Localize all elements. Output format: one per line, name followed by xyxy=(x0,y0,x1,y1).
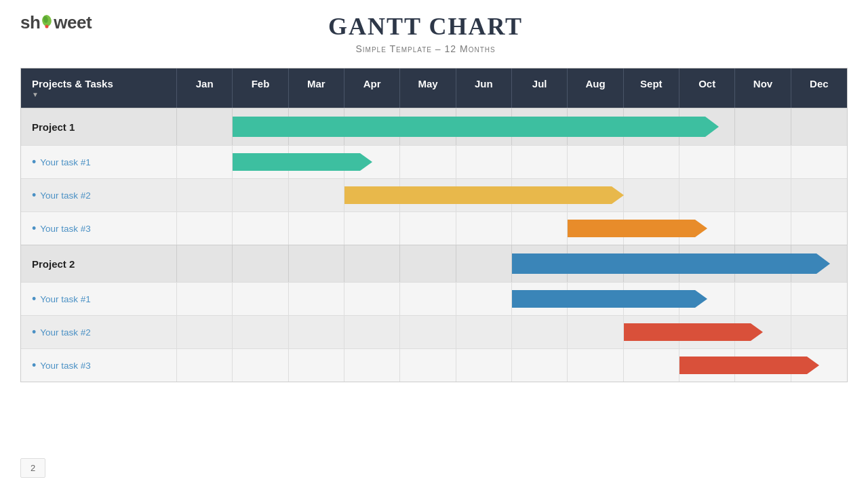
header-may: May xyxy=(400,68,456,108)
project-2-row: Project 2 xyxy=(21,245,847,282)
task-bullet: • xyxy=(32,325,36,340)
header-jun: Jun xyxy=(456,68,512,108)
task-3-label: • Your task #3 xyxy=(21,212,177,245)
header-jan: Jan xyxy=(177,68,233,108)
task-2-2-label: • Your task #2 xyxy=(21,316,177,348)
title-area: Gantt Chart Simple Template – 12 Months xyxy=(92,12,760,54)
task-2-2-row: • Your task #2 xyxy=(21,315,847,348)
header-apr: Apr xyxy=(344,68,400,108)
task-2-1-row: • Your task #1 xyxy=(21,282,847,315)
header-sort-arrow: ▼ xyxy=(32,91,171,98)
main-title: Gantt Chart xyxy=(92,12,760,41)
project-2-label: Project 2 xyxy=(21,245,177,282)
header-oct: Oct xyxy=(679,68,735,108)
task-2-3-label: • Your task #3 xyxy=(21,349,177,382)
task-3-row: • Your task #3 xyxy=(21,211,847,245)
gantt-header: Projects & Tasks ▼ Jan Feb Mar Apr May J… xyxy=(21,68,847,108)
task-2-row: • Your task #2 xyxy=(21,178,847,211)
task-bullet: • xyxy=(32,292,36,306)
task-2-label: • Your task #2 xyxy=(21,179,177,211)
header-mar: Mar xyxy=(289,68,344,108)
gantt-chart: Projects & Tasks ▼ Jan Feb Mar Apr May J… xyxy=(20,68,848,382)
task-1-label: • Your task #1 xyxy=(21,146,177,178)
task-2-3-row: • Your task #3 xyxy=(21,348,847,382)
task-1-row: • Your task #1 xyxy=(21,145,847,178)
project-1-label: Project 1 xyxy=(21,108,177,145)
task-bullet: • xyxy=(32,155,36,169)
subtitle: Simple Template – 12 Months xyxy=(92,43,760,54)
header-feb: Feb xyxy=(233,68,288,108)
task-bullet: • xyxy=(32,188,36,203)
header-nov: Nov xyxy=(735,68,791,108)
logo-leaf-icon xyxy=(40,15,54,30)
task-bullet: • xyxy=(32,222,36,236)
project-1-row: Project 1 xyxy=(21,108,847,145)
header-sept: Sept xyxy=(624,68,679,108)
task-2-1-label: • Your task #1 xyxy=(21,283,177,315)
logo: sh weet xyxy=(20,12,92,33)
logo-text: sh weet xyxy=(20,12,92,33)
page-number: 2 xyxy=(20,458,45,478)
svg-point-2 xyxy=(45,25,49,28)
page: sh weet Gantt Chart Simple Template – 12… xyxy=(0,0,868,488)
task-bullet: • xyxy=(32,359,36,373)
header-jul: Jul xyxy=(512,68,568,108)
header-aug: Aug xyxy=(568,68,623,108)
header-dec: Dec xyxy=(791,68,847,108)
header: sh weet Gantt Chart Simple Template – 12… xyxy=(0,0,868,61)
header-projects-label: Projects & Tasks ▼ xyxy=(21,68,177,108)
